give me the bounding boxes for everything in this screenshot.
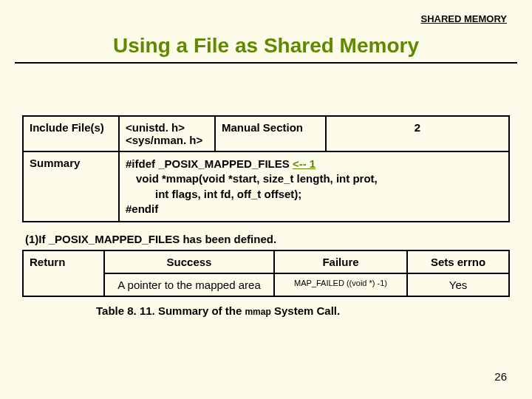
footnote-link[interactable]: <-- 1 xyxy=(293,157,316,170)
cell-errno-value: Yes xyxy=(407,273,509,296)
header-label: SHARED MEMORY xyxy=(420,13,507,24)
page-number: 26 xyxy=(494,370,507,383)
cell-manual-section-value: 2 xyxy=(326,116,509,151)
content-area: Include File(s) <unistd. h> <sys/nman. h… xyxy=(22,115,510,317)
cell-return-label: Return xyxy=(23,250,104,296)
cell-manual-section-label: Manual Section xyxy=(215,116,326,151)
cell-failure-header: Failure xyxy=(274,250,407,273)
table-caption: Table 8. 11. Summary of the mmap System … xyxy=(96,304,510,317)
cell-errno-header: Sets errno xyxy=(407,250,509,273)
table-row: Include File(s) <unistd. h> <sys/nman. h… xyxy=(23,116,509,151)
cell-include-files-value: <unistd. h> <sys/nman. h> xyxy=(119,116,215,151)
code-line: #ifdef _POSIX_MAPPED_FILES xyxy=(126,157,293,170)
caption-mono: mmap xyxy=(245,307,270,317)
caption-post: System Call. xyxy=(271,304,340,317)
include-line-1: <unistd. h> xyxy=(126,121,185,134)
cell-success-value: A pointer to the mapped area xyxy=(104,273,274,296)
cell-failure-value: MAP_FAILED ((void *) -1) xyxy=(274,273,407,296)
cell-summary-label: Summary xyxy=(23,151,119,222)
include-summary-table: Include File(s) <unistd. h> <sys/nman. h… xyxy=(22,115,510,222)
cell-success-header: Success xyxy=(104,250,274,273)
cell-summary-code: #ifdef _POSIX_MAPPED_FILES <-- 1 void *m… xyxy=(119,151,509,222)
code-line: int flags, int fd, off_t offset); xyxy=(126,187,502,202)
title-rule xyxy=(15,62,517,64)
footnote-text: (1)If _POSIX_MAPPED_FILES has been defin… xyxy=(25,233,510,245)
page-title: Using a File as Shared Memory xyxy=(0,34,532,58)
return-table: Return Success Failure Sets errno A poin… xyxy=(22,250,510,297)
include-line-2: <sys/nman. h> xyxy=(126,134,202,146)
table-row: Return Success Failure Sets errno xyxy=(23,250,509,273)
cell-include-files-label: Include File(s) xyxy=(23,116,119,151)
caption-pre: Table 8. 11. Summary of the xyxy=(96,304,245,317)
code-line: void *mmap(void *start, size_t length, i… xyxy=(126,171,502,186)
code-line: #endif xyxy=(126,202,158,215)
table-row: Summary #ifdef _POSIX_MAPPED_FILES <-- 1… xyxy=(23,151,509,222)
